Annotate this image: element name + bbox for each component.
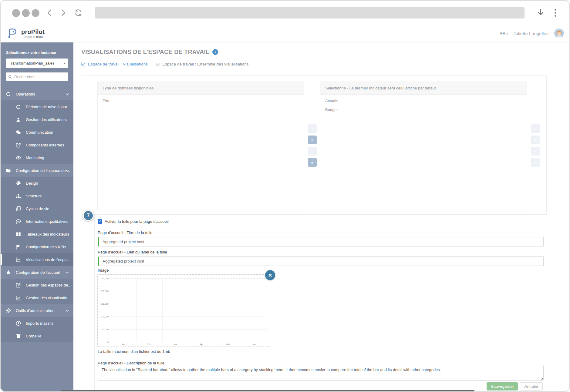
chevron-down-icon [66,92,69,96]
refresh-icon[interactable] [74,8,83,17]
avatar[interactable] [554,28,564,38]
sidebar-item-informations-qualitatives[interactable]: Informations qualitatives [1,215,73,228]
sidebar-item-gestion-des-visualisatio[interactable]: Gestion des visualisatio... [1,291,73,304]
sidebar-item-design[interactable]: Design [1,177,73,189]
sidebar-item-label: Corbeille [26,334,41,338]
image-size-hint: La taille maximum d'un fichier est de 1m… [98,349,170,354]
remove-image-button[interactable]: × [265,270,275,280]
selected-list: Sélectionné - Le premier indicateur sera… [320,82,527,210]
transfer-left-button[interactable]: « [308,158,317,167]
app-header: proPilot — Powered by dFakto FR ▾ Juliet… [1,24,569,42]
list-item-plan[interactable]: Plan [98,96,304,105]
sidebar-item-structure[interactable]: Structure [1,189,73,202]
sidebar-item-tableaux-des-indicateurs[interactable]: Tableaux des indicateurs [1,228,73,240]
sidebar-item-p-riodes-de-mise-jour[interactable]: Périodes de mise à jour [1,100,73,113]
window-dot-1[interactable] [12,9,20,17]
sidebar-item-label: Opérations [16,92,35,96]
palette-icon [16,181,21,186]
tab-espace-de-travail-ensemble-des-visualisations[interactable]: Espace de travail : Ensemble des visuali… [156,62,248,70]
sidebar-item-configuration-des-kpis[interactable]: Configuration des KPIs [1,240,73,253]
tile-link-label: Page d'accueil - Lien du label de la tui… [98,250,167,254]
chart-line-icon [156,62,160,66]
user-icon [16,117,21,122]
propilot-logo: proPilot — Powered by dFakto [7,27,45,39]
url-bar[interactable] [95,7,524,18]
stacked-bar-chart: 250,000200,000150,000100,00050,0000JanFe… [110,278,267,342]
content-panel: Type de données disponibles Plan ›»‹« Sé… [81,75,547,391]
y-axis-tick: 100,000 [98,315,109,318]
refresh-icon [6,92,11,97]
step-badge: 7 [83,210,94,221]
sidebar-item-configuration-de-l-espace-de[interactable]: Configuration de l'espace de ... [1,164,73,177]
order-up2-button[interactable]: » [531,136,540,144]
sidebar-nav: OpérationsPériodes de mise à jourGestion… [1,88,73,342]
sidebar-item-label: Gestion des utilisateurs [26,117,67,122]
menu-kebab-icon[interactable] [554,8,557,17]
x-axis-tick: Feb [147,343,151,345]
sidebar-item-label: Gestion des visualisatio... [26,296,70,300]
tile-link-input[interactable] [98,256,544,266]
cancel-button[interactable]: Annuler [520,382,543,390]
sidebar-item-outils-d-administration[interactable]: Outils d'administration [1,304,73,317]
transfer-right-button[interactable]: › [308,124,317,133]
sidebar-item-visualisations-de-l-espa[interactable]: Visualisations de l'espa... [1,253,73,266]
sidebar-item-communication[interactable]: Communication [1,126,73,139]
order-up-button[interactable]: › [531,124,540,133]
order-down-button[interactable]: › [531,147,540,156]
gridline [267,278,267,342]
search-input[interactable] [14,75,66,79]
back-icon[interactable] [46,8,54,17]
gridline [162,278,163,342]
refresh-icon [16,104,21,109]
page-title: VISUALISATIONS DE L'ESPACE DE TRAVAIL [81,49,209,55]
info-icon[interactable]: i [212,49,218,55]
sidebar-item-label: Configuration des KPIs [26,245,66,249]
gridline [136,278,137,342]
y-axis-tick: 250,000 [98,277,109,280]
save-button[interactable]: Sauvegarder [487,382,518,390]
chevron-down-icon [66,169,69,173]
sidebar-item-label: Communication [26,130,53,135]
gear-icon [6,308,11,313]
sidebar-item-label: Monitoring [26,156,44,160]
order-down2-button[interactable]: » [531,158,540,167]
tile-description-input[interactable]: The visualization in "Stacked bar chart"… [98,365,544,381]
sidebar-item-label: Cycles de vie [26,206,49,211]
transfer-left-button[interactable]: ‹ [308,147,317,156]
sidebar-item-gestion-des-utilisateurs[interactable]: Gestion des utilisateurs [1,113,73,126]
instance-select-value: TransformationPlan_sales [9,61,55,65]
tile-title-label: Page d'accueil - Titre de la tuile [98,230,152,235]
list-item-actuals[interactable]: Actuals [320,96,527,105]
window-dot-2[interactable] [22,9,30,17]
sidebar-item-imports-massifs[interactable]: Imports massifs [1,317,73,330]
sidebar-item-op-rations[interactable]: Opérations [1,88,73,100]
sidebar-item-label: Structure [26,194,42,198]
comment-dots-icon [16,219,21,224]
sidebar-item-label: Outils d'administration [16,308,54,313]
sidebar-item-monitoring[interactable]: Monitoring [1,151,73,164]
sidebar-item-gestion-des-espaces-de[interactable]: Gestion des espaces de... [1,279,73,291]
sidebar-item-composants-externes[interactable]: Composants externes [1,139,73,151]
download-icon[interactable] [536,8,545,18]
browser-chrome [1,1,569,24]
sidebar-item-configuration-de-l-accueil[interactable]: Configuration de l'accueil [1,266,73,279]
x-axis-tick: Apr [200,343,203,345]
transfer-right-button[interactable]: » [308,136,317,144]
forward-icon[interactable] [59,8,67,17]
sidebar-item-corbeille[interactable]: Corbeille [1,330,73,342]
tabs: Espace de travail : VisualisationsEspace… [81,62,249,70]
tab-espace-de-travail-visualisations[interactable]: Espace de travail : Visualisations [81,62,148,70]
sidebar-item-cycles-de-vie[interactable]: Cycles de vie [1,202,73,215]
enable-tile-checkbox[interactable]: ✓ [98,219,102,224]
sidebar-item-label: Gestion des espaces de... [26,283,71,287]
order-buttons: ›»›» [531,124,540,167]
list-item-budget[interactable]: Budget [320,105,527,114]
sidebar-item-label: Imports massifs [26,321,53,326]
language-selector[interactable]: FR ▾ [500,31,508,36]
window-dot-3[interactable] [32,9,39,17]
instance-select[interactable]: TransformationPlan_sales ▾ [6,59,68,68]
y-axis-tick: 200,000 [98,290,109,293]
tab-label: Espace de travail : Visualisations [88,62,148,66]
tile-title-input[interactable] [98,237,544,246]
flag-icon [16,244,21,250]
